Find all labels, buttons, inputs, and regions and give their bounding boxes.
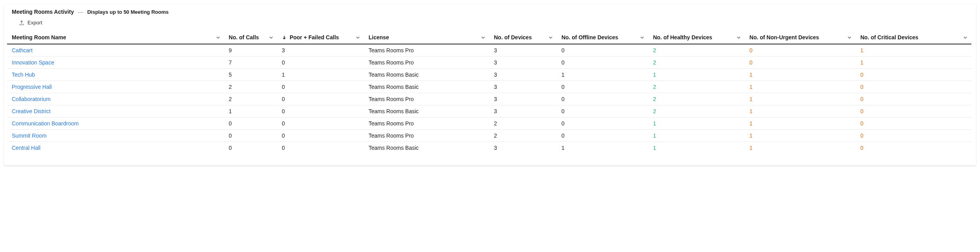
room-name-link[interactable]: Summit Room xyxy=(7,130,224,142)
chevron-down-icon xyxy=(356,35,360,40)
chevron-down-icon xyxy=(549,35,553,40)
column-header-devices[interactable]: No. of Devices xyxy=(489,31,557,44)
cell-critical: 0 xyxy=(856,105,971,118)
room-name-link[interactable]: Innovation Space xyxy=(7,57,224,69)
column-header-calls[interactable]: No. of Calls xyxy=(224,31,277,44)
cell-offline: 0 xyxy=(557,93,648,105)
chevron-down-icon xyxy=(847,35,852,40)
cell-critical: 0 xyxy=(856,130,971,142)
cell-devices: 3 xyxy=(489,93,557,105)
column-header-nonurgent[interactable]: No. of Non-Urgent Devices xyxy=(745,31,856,44)
export-button[interactable]: Export xyxy=(16,18,45,27)
cell-calls: 9 xyxy=(224,44,277,57)
cell-offline: 0 xyxy=(557,118,648,130)
room-name-link[interactable]: Progressive Hall xyxy=(7,81,224,93)
cell-critical: 0 xyxy=(856,69,971,81)
chevron-down-icon xyxy=(216,35,220,40)
room-name-link[interactable]: Cathcart xyxy=(7,44,224,57)
column-label: No. of Non-Urgent Devices xyxy=(750,34,819,40)
room-name-link[interactable]: Communication Boardroom xyxy=(7,118,224,130)
cell-nonurgent: 1 xyxy=(745,105,856,118)
cell-calls: 0 xyxy=(224,142,277,154)
cell-license: Teams Rooms Pro xyxy=(364,57,489,69)
cell-poor-failed: 1 xyxy=(277,69,364,81)
column-header-critical[interactable]: No. of Critical Devices xyxy=(856,31,971,44)
chevron-down-icon xyxy=(481,35,485,40)
cell-devices: 3 xyxy=(489,44,557,57)
table-body: Cathcart93Teams Rooms Pro30201Innovation… xyxy=(7,44,971,154)
cell-nonurgent: 1 xyxy=(745,93,856,105)
cell-healthy: 1 xyxy=(648,142,745,154)
room-name-link[interactable]: Collaboratorium xyxy=(7,93,224,105)
column-header-poor-failed[interactable]: Poor + Failed Calls xyxy=(277,31,364,44)
cell-poor-failed: 0 xyxy=(277,57,364,69)
cell-devices: 2 xyxy=(489,118,557,130)
table-row: Central Hall00Teams Rooms Basic31110 xyxy=(7,142,971,154)
cell-poor-failed: 0 xyxy=(277,105,364,118)
cell-nonurgent: 0 xyxy=(745,57,856,69)
cell-nonurgent: 1 xyxy=(745,69,856,81)
card-header: Meeting Rooms Activity — Displays up to … xyxy=(4,4,976,17)
cell-poor-failed: 0 xyxy=(277,142,364,154)
column-label: No. of Calls xyxy=(229,34,259,40)
cell-license: Teams Rooms Basic xyxy=(364,142,489,154)
chevron-down-icon xyxy=(269,35,273,40)
table-header-row: Meeting Room Name No. of Calls Poor + Fa xyxy=(7,31,971,44)
column-header-offline[interactable]: No. of Offline Devices xyxy=(557,31,648,44)
cell-poor-failed: 0 xyxy=(277,130,364,142)
table-row: Communication Boardroom00Teams Rooms Pro… xyxy=(7,118,971,130)
cell-critical: 0 xyxy=(856,93,971,105)
cell-nonurgent: 1 xyxy=(745,142,856,154)
table-row: Creative District10Teams Rooms Basic3021… xyxy=(7,105,971,118)
table-row: Cathcart93Teams Rooms Pro30201 xyxy=(7,44,971,57)
cell-healthy: 2 xyxy=(648,105,745,118)
cell-healthy: 2 xyxy=(648,44,745,57)
cell-healthy: 2 xyxy=(648,57,745,69)
cell-critical: 0 xyxy=(856,81,971,93)
cell-critical: 0 xyxy=(856,118,971,130)
export-icon xyxy=(19,20,24,26)
column-header-healthy[interactable]: No. of Healthy Devices xyxy=(648,31,745,44)
table-row: Collaboratorium20Teams Rooms Pro30210 xyxy=(7,93,971,105)
cell-healthy: 2 xyxy=(648,93,745,105)
cell-nonurgent: 1 xyxy=(745,118,856,130)
room-name-link[interactable]: Creative District xyxy=(7,105,224,118)
cell-calls: 2 xyxy=(224,93,277,105)
cell-devices: 2 xyxy=(489,130,557,142)
chevron-down-icon xyxy=(963,35,967,40)
column-label: No. of Offline Devices xyxy=(561,34,618,40)
column-label: License xyxy=(369,34,389,40)
cell-healthy: 1 xyxy=(648,69,745,81)
toolbar: Export xyxy=(4,17,976,31)
cell-devices: 3 xyxy=(489,81,557,93)
cell-license: Teams Rooms Pro xyxy=(364,93,489,105)
cell-license: Teams Rooms Pro xyxy=(364,44,489,57)
chevron-down-icon xyxy=(640,35,644,40)
room-name-link[interactable]: Tech Hub xyxy=(7,69,224,81)
cell-critical: 1 xyxy=(856,44,971,57)
cell-nonurgent: 1 xyxy=(745,130,856,142)
cell-poor-failed: 0 xyxy=(277,118,364,130)
cell-calls: 7 xyxy=(224,57,277,69)
column-header-name[interactable]: Meeting Room Name xyxy=(7,31,224,44)
column-label: No. of Healthy Devices xyxy=(653,34,712,40)
cell-healthy: 1 xyxy=(648,130,745,142)
cell-calls: 2 xyxy=(224,81,277,93)
cell-poor-failed: 0 xyxy=(277,93,364,105)
cell-critical: 1 xyxy=(856,57,971,69)
card-title: Meeting Rooms Activity xyxy=(12,9,74,15)
meeting-rooms-activity-card: Meeting Rooms Activity — Displays up to … xyxy=(4,4,976,166)
cell-nonurgent: 0 xyxy=(745,44,856,57)
cell-critical: 0 xyxy=(856,142,971,154)
cell-offline: 0 xyxy=(557,105,648,118)
room-name-link[interactable]: Central Hall xyxy=(7,142,224,154)
cell-devices: 3 xyxy=(489,57,557,69)
cell-offline: 1 xyxy=(557,142,648,154)
cell-offline: 0 xyxy=(557,130,648,142)
column-label: Poor + Failed Calls xyxy=(290,34,339,40)
cell-calls: 0 xyxy=(224,118,277,130)
column-header-license[interactable]: License xyxy=(364,31,489,44)
cell-offline: 0 xyxy=(557,44,648,57)
cell-poor-failed: 3 xyxy=(277,44,364,57)
table-row: Innovation Space70Teams Rooms Pro30201 xyxy=(7,57,971,69)
